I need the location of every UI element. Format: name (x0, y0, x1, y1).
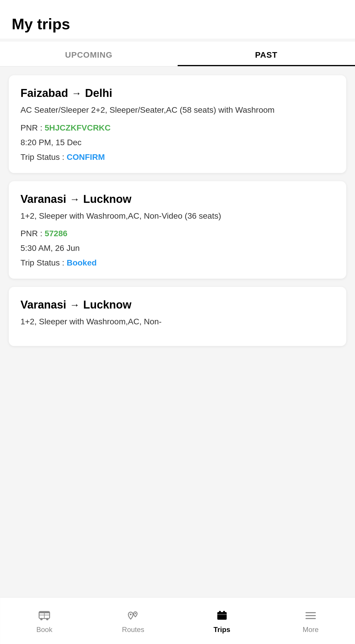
nav-item-more[interactable]: More (266, 597, 355, 644)
pnr-value-2: 57286 (44, 229, 67, 238)
arrow-icon-3: → (70, 299, 80, 311)
trip-description-2: 1+2, Sleeper with Washroom,AC, Non-Video… (20, 210, 335, 222)
svg-point-3 (46, 618, 49, 620)
status-value-1: CONFIRM (67, 153, 105, 162)
svg-rect-9 (219, 611, 221, 613)
nav-label-book: Book (36, 626, 52, 634)
nav-label-more: More (303, 626, 319, 634)
trip-from-2: Varanasi (20, 193, 66, 205)
nav-item-book[interactable]: Book (0, 597, 89, 644)
svg-point-2 (40, 618, 43, 620)
trip-datetime-2: 5:30 AM, 26 Jun (20, 244, 335, 253)
trips-list: Faizabad → Delhi AC Seater/Sleeper 2+2, … (0, 66, 355, 644)
trip-datetime-1: 8:20 PM, 15 Dec (20, 138, 335, 147)
page-title: My trips (12, 15, 343, 33)
svg-point-7 (135, 613, 136, 614)
trip-from-3: Varanasi (20, 299, 66, 311)
trip-to-2: Lucknow (83, 193, 131, 205)
trip-route-2: Varanasi → Lucknow (20, 193, 335, 205)
trip-card-2[interactable]: Varanasi → Lucknow 1+2, Sleeper with Was… (9, 181, 346, 279)
svg-rect-10 (223, 611, 225, 613)
trip-description-3: 1+2, Sleeper with Washroom,AC, Non- (20, 316, 335, 328)
trip-pnr-1: PNR : 5HJCZKFVCRKC (20, 123, 335, 133)
svg-rect-11 (217, 614, 227, 615)
svg-rect-8 (217, 612, 227, 620)
trip-to-1: Delhi (85, 87, 112, 100)
nav-item-trips[interactable]: Trips (178, 597, 266, 644)
page-header: My trips (0, 0, 355, 39)
trip-card-1[interactable]: Faizabad → Delhi AC Seater/Sleeper 2+2, … (9, 75, 346, 173)
trip-pnr-2: PNR : 57286 (20, 229, 335, 238)
trips-icon (214, 608, 229, 623)
trip-to-3: Lucknow (83, 299, 131, 311)
trip-card-3[interactable]: Varanasi → Lucknow 1+2, Sleeper with Was… (9, 287, 346, 346)
trip-route-3: Varanasi → Lucknow (20, 299, 335, 311)
tab-upcoming[interactable]: UPCOMING (0, 42, 178, 66)
trip-description-1: AC Seater/Sleeper 2+2, Sleeper/Seater,AC… (20, 104, 335, 116)
trip-from-1: Faizabad (20, 87, 68, 100)
routes-icon (126, 608, 141, 623)
more-icon (303, 608, 318, 623)
trip-status-1: Trip Status : CONFIRM (20, 153, 335, 162)
nav-item-routes[interactable]: Routes (89, 597, 177, 644)
pnr-value-1: 5HJCZKFVCRKC (44, 123, 111, 132)
status-value-2: Booked (67, 258, 97, 267)
nav-label-trips: Trips (213, 626, 230, 634)
svg-point-6 (130, 614, 132, 615)
trip-route-1: Faizabad → Delhi (20, 87, 335, 100)
arrow-icon-1: → (72, 88, 82, 99)
nav-label-routes: Routes (122, 626, 144, 634)
tab-past[interactable]: PAST (178, 42, 355, 66)
bus-icon (37, 608, 52, 623)
tabs-container: UPCOMING PAST (0, 42, 355, 66)
arrow-icon-2: → (70, 193, 80, 205)
trip-status-2: Trip Status : Booked (20, 258, 335, 268)
bottom-nav: Book Routes Trips (0, 597, 355, 644)
